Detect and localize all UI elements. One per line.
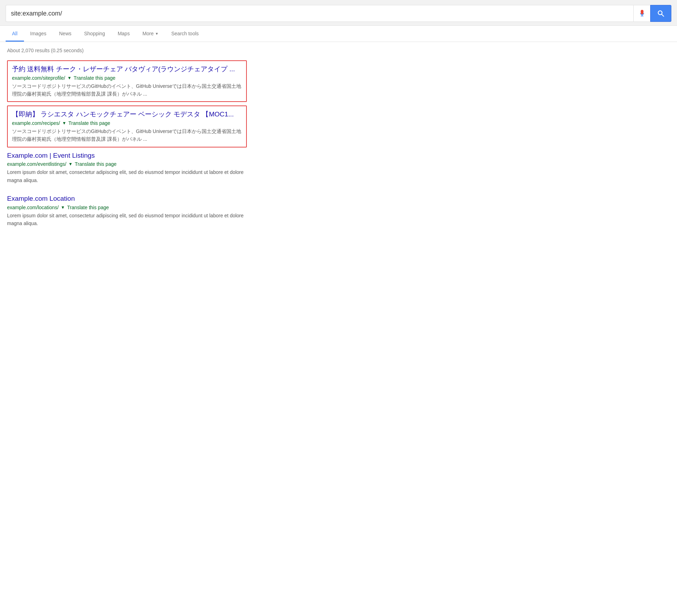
search-input-container: site:example.com/ bbox=[6, 5, 633, 22]
result-url-2: example.com/recipes/ bbox=[12, 120, 60, 126]
result-title-4[interactable]: Example.com Location bbox=[7, 194, 247, 204]
tab-news-label: News bbox=[59, 31, 71, 36]
search-bar: site:example.com/ bbox=[0, 0, 677, 26]
result-translate-4[interactable]: Translate this page bbox=[67, 205, 109, 210]
tab-search-tools[interactable]: Search tools bbox=[165, 26, 205, 42]
mic-icon bbox=[638, 10, 646, 17]
result-title-1[interactable]: 予約 送料無料 チーク・レザーチェア バタヴィア(ラウンジチェアタイプ ... bbox=[12, 65, 242, 74]
result-url-row-3: example.com/eventlistings/ ▼ Translate t… bbox=[7, 161, 247, 167]
result-item-4: Example.com Location example.com/locatio… bbox=[7, 194, 247, 227]
nav-tabs: All Images News Shopping Maps More ▼ Sea… bbox=[0, 26, 677, 42]
results-area: About 2,070 results (0.25 seconds) 予約 送料… bbox=[0, 42, 254, 244]
search-input[interactable]: site:example.com/ bbox=[11, 10, 628, 17]
result-translate-1[interactable]: Translate this page bbox=[74, 75, 116, 81]
mic-button[interactable] bbox=[633, 5, 650, 22]
svg-line-1 bbox=[661, 14, 664, 16]
result-translate-2[interactable]: Translate this page bbox=[68, 120, 110, 126]
result-title-2[interactable]: 【即納】 ラシエスタ ハンモックチェアー ベーシック モデスタ 【MOC1... bbox=[12, 110, 242, 119]
result-url-arrow-2[interactable]: ▼ bbox=[62, 121, 66, 126]
result-snippet-4: Lorem ipsum dolor sit amet, consectetur … bbox=[7, 212, 247, 228]
search-button[interactable] bbox=[650, 5, 671, 22]
result-item-2: 【即納】 ラシエスタ ハンモックチェアー ベーシック モデスタ 【MOC1...… bbox=[7, 105, 247, 147]
result-snippet-1: ソースコードリポジトリサービスのGitHubのイベント、GitHub Unive… bbox=[12, 82, 242, 98]
tab-images[interactable]: Images bbox=[24, 26, 53, 42]
result-title-3[interactable]: Example.com | Event Listings bbox=[7, 151, 247, 161]
result-url-row-2: example.com/recipes/ ▼ Translate this pa… bbox=[12, 120, 242, 126]
result-url-arrow-1[interactable]: ▼ bbox=[67, 76, 72, 80]
tab-images-label: Images bbox=[30, 31, 47, 36]
tab-maps-label: Maps bbox=[118, 31, 130, 36]
result-url-arrow-4[interactable]: ▼ bbox=[61, 205, 65, 210]
tab-more[interactable]: More ▼ bbox=[136, 26, 165, 42]
result-url-4: example.com/locations/ bbox=[7, 205, 59, 210]
result-url-row-1: example.com/siteprofile/ ▼ Translate thi… bbox=[12, 75, 242, 81]
result-snippet-3: Lorem ipsum dolor sit amet, consectetur … bbox=[7, 168, 247, 184]
tab-more-arrow: ▼ bbox=[155, 32, 159, 36]
result-url-1: example.com/siteprofile/ bbox=[12, 75, 65, 81]
result-snippet-2: ソースコードリポジトリサービスのGitHubのイベント、GitHub Unive… bbox=[12, 127, 242, 143]
tab-maps[interactable]: Maps bbox=[111, 26, 136, 42]
tab-shopping-label: Shopping bbox=[84, 31, 105, 36]
result-item-1: 予約 送料無料 チーク・レザーチェア バタヴィア(ラウンジチェアタイプ ... … bbox=[7, 60, 247, 102]
tab-all[interactable]: All bbox=[6, 26, 24, 42]
tab-shopping[interactable]: Shopping bbox=[78, 26, 111, 42]
search-icon bbox=[657, 10, 665, 17]
tab-more-label: More bbox=[142, 31, 154, 36]
tab-search-tools-label: Search tools bbox=[171, 31, 199, 36]
result-url-arrow-3[interactable]: ▼ bbox=[68, 162, 73, 167]
result-url-row-4: example.com/locations/ ▼ Translate this … bbox=[7, 205, 247, 210]
results-stats: About 2,070 results (0.25 seconds) bbox=[7, 48, 247, 53]
tab-news[interactable]: News bbox=[53, 26, 78, 42]
tab-all-label: All bbox=[12, 31, 18, 36]
result-url-3: example.com/eventlistings/ bbox=[7, 161, 66, 167]
result-item-3: Example.com | Event Listings example.com… bbox=[7, 151, 247, 184]
result-translate-3[interactable]: Translate this page bbox=[75, 161, 117, 167]
